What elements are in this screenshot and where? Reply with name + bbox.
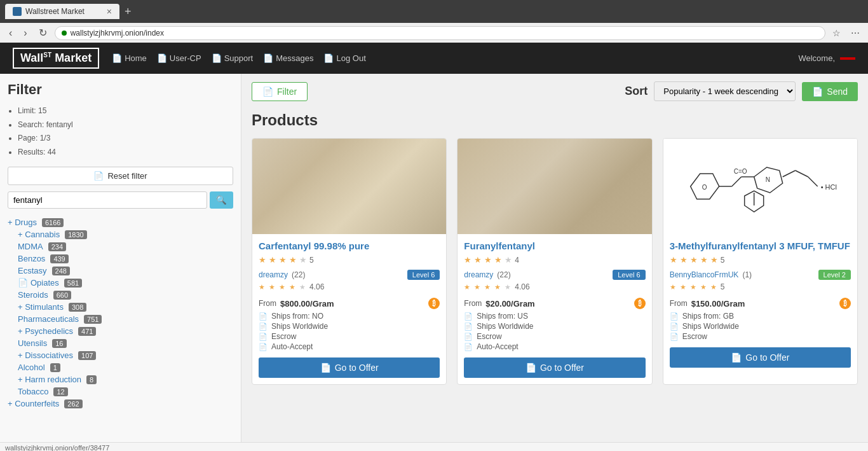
search-row: 🔍 <box>8 191 233 209</box>
search-button[interactable]: 🔍 <box>210 191 233 209</box>
star-3: ★ <box>279 255 287 265</box>
reset-filter-button[interactable]: 📄 Reset filter <box>8 167 233 185</box>
auto-accept-2: 📄 Auto-Accept <box>464 342 645 351</box>
category-benzos[interactable]: Benzos 439 <box>18 253 233 265</box>
level-badge-2: Level 6 <box>613 270 645 280</box>
product-stars-3: ★ ★ ★ ★ ★ 5 <box>670 255 851 265</box>
category-harm-reduction[interactable]: + Harm reduction 8 <box>18 373 233 385</box>
nav-support[interactable]: 📄 Support <box>212 53 254 63</box>
welcome-area: Welcome, <box>798 53 855 63</box>
search-input[interactable] <box>8 191 207 209</box>
sort-label: Sort <box>625 85 648 98</box>
rating-val-3: 5 <box>721 282 725 291</box>
category-cannabis[interactable]: + Cannabis 1830 <box>18 228 233 240</box>
category-steroids[interactable]: Steroids 660 <box>18 289 233 301</box>
url-text: wallstyizjhkrvmj.onion/index <box>71 29 818 38</box>
opiates-icon: 📄 <box>18 278 28 288</box>
product-title-1[interactable]: Carfentanyl 99.98% pure <box>259 240 440 251</box>
category-drugs-label: + Drugs <box>8 218 37 227</box>
product-title-3[interactable]: 3-Methylfuranylfentanyl 3 MFUF, TMFUF <box>670 240 851 251</box>
filter-meta-results: Results: 44 <box>18 146 233 160</box>
level-badge-1: Level 6 <box>407 270 440 280</box>
forward-button[interactable]: › <box>20 26 31 40</box>
seller-count-3: (1) <box>742 270 752 279</box>
tab-close-button[interactable]: × <box>107 6 112 17</box>
logo-sup: ST <box>43 52 51 59</box>
browser-chrome: Wallstreet Market × + <box>0 0 868 23</box>
seller-name-1[interactable]: dreamzy <box>259 270 288 279</box>
messages-icon: 📄 <box>263 53 273 63</box>
star-count-3: 5 <box>721 256 725 265</box>
product-card-3: O N • H <box>663 138 858 385</box>
escrow-3: 📄 Escrow <box>670 332 851 341</box>
category-utensils[interactable]: Utensils 16 <box>18 337 233 349</box>
category-tobacco[interactable]: Tobacco 12 <box>18 385 233 398</box>
browser-tab[interactable]: Wallstreet Market × <box>5 4 119 19</box>
send-button[interactable]: 📄 Send <box>802 82 858 101</box>
nav-logout[interactable]: 📄 Log Out <box>323 53 365 63</box>
product-card-1: Carfentanyl 99.98% pure ★ ★ ★ ★ ★ 5 drea… <box>252 138 447 385</box>
status-bar: wallstyizjhkrvmj.onion/offer/38477 <box>0 442 868 451</box>
rating-row-3: ★ ★ ★ ★ ★ 5 <box>670 282 851 291</box>
filter-button[interactable]: 📄 Filter <box>252 82 308 101</box>
address-bar[interactable]: wallstyizjhkrvmj.onion/index <box>55 26 825 40</box>
price-val-1: $800.00/Gram <box>280 299 334 309</box>
products-grid: Carfentanyl 99.98% pure ★ ★ ★ ★ ★ 5 drea… <box>252 138 858 385</box>
category-list: + Drugs 6166 + Cannabis 1830 MDMA 234 Be… <box>8 216 233 410</box>
category-stimulants[interactable]: + Stimulants 308 <box>18 301 233 313</box>
category-psychedelics[interactable]: + Psychedelics 471 <box>18 325 233 337</box>
sort-select[interactable]: Popularity - 1 week descending Price asc… <box>654 81 796 101</box>
rating-row-2: ★ ★ ★ ★ ★ 4.06 <box>464 282 645 291</box>
svg-line-9 <box>808 177 817 186</box>
username-block <box>840 57 855 60</box>
category-mdma[interactable]: MDMA 234 <box>18 240 233 253</box>
bookmark-button[interactable]: ☆ <box>829 27 844 39</box>
category-alcohol[interactable]: Alcohol 1 <box>18 361 233 373</box>
ships-to-2: 📄 Ships Worldwide <box>464 322 645 331</box>
ships-from-1: 📄 Ships from: NO <box>259 312 440 321</box>
category-ecstasy[interactable]: Ecstasy 248 <box>18 265 233 277</box>
category-dissociatives[interactable]: + Dissociatives 107 <box>18 349 233 361</box>
menu-button[interactable]: ⋯ <box>848 27 863 39</box>
tab-favicon <box>13 7 22 16</box>
btc-icon-1: ₿ <box>428 298 440 309</box>
product-image-1 <box>252 139 446 234</box>
nav-user-cp[interactable]: 📄 User-CP <box>157 53 201 63</box>
svg-text:C=O: C=O <box>733 168 747 175</box>
product-body-2: Furanylfentanyl ★ ★ ★ ★ ★ 4 dreamzy (22)… <box>458 234 651 384</box>
goto-offer-button-3[interactable]: 📄 Go to Offer <box>670 347 851 368</box>
auto-accept-1: 📄 Auto-Accept <box>259 342 440 351</box>
escrow-2: 📄 Escrow <box>464 332 645 341</box>
ships-from-2: 📄 Ships from: US <box>464 312 645 321</box>
category-counterfeits[interactable]: + Counterfeits 262 <box>8 398 233 410</box>
goto-offer-button-1[interactable]: 📄 Go to Offer <box>259 357 440 378</box>
seller-name-2[interactable]: dreamzy <box>464 270 493 279</box>
escrow-1: 📄 Escrow <box>259 332 440 341</box>
ships-to-icon-3: 📄 <box>670 323 679 331</box>
seller-row-2: dreamzy (22) Level 6 <box>464 270 645 280</box>
filter-title: Filter <box>8 81 233 98</box>
category-drugs[interactable]: + Drugs 6166 <box>8 216 233 228</box>
site-logo[interactable]: WallST Market <box>13 48 99 69</box>
product-card-2: Furanylfentanyl ★ ★ ★ ★ ★ 4 dreamzy (22)… <box>457 138 652 385</box>
product-title-2[interactable]: Furanylfentanyl <box>464 240 645 251</box>
goto-offer-button-2[interactable]: 📄 Go to Offer <box>464 357 645 378</box>
star-4: ★ <box>289 255 297 265</box>
nav-home[interactable]: 📄 Home <box>112 53 147 63</box>
back-button[interactable]: ‹ <box>5 26 16 40</box>
rating-row-1: ★ ★ ★ ★ ★ 4.06 <box>259 282 440 291</box>
refresh-button[interactable]: ↻ <box>35 25 51 40</box>
price-val-2: $20.00/Gram <box>485 299 534 309</box>
ships-from-icon-3: 📄 <box>670 312 679 321</box>
address-bar-row: ‹ › ↻ wallstyizjhkrvmj.onion/index ☆ ⋯ <box>0 23 868 43</box>
nav-messages[interactable]: 📄 Messages <box>263 53 313 63</box>
seller-name-3[interactable]: BennyBlancoFrmUK <box>670 270 739 279</box>
ships-to-1: 📄 Ships Worldwide <box>259 322 440 331</box>
escrow-icon-1: 📄 <box>259 333 268 341</box>
category-opiates[interactable]: 📄 Opiates 581 <box>18 277 233 289</box>
star-count-1: 5 <box>309 256 314 265</box>
products-title: Products <box>252 111 858 129</box>
category-pharmaceuticals[interactable]: Pharmaceuticals 751 <box>18 313 233 325</box>
btc-icon-3: ₿ <box>839 298 851 309</box>
new-tab-button[interactable]: + <box>125 5 132 18</box>
